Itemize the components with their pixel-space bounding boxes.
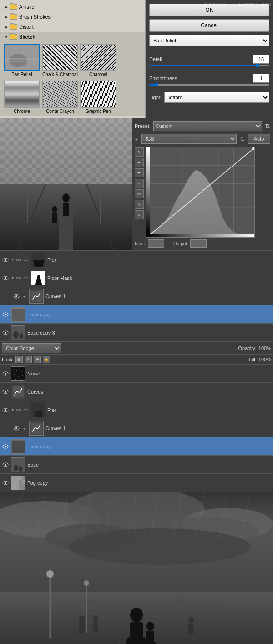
effect-select[interactable]: Bas Relief (149, 35, 269, 46)
eye-icon-base[interactable] (2, 461, 9, 468)
layer-expand-pier: ▼ (11, 257, 29, 263)
layer-name-curves1-bottom: Curves 1 (46, 426, 271, 431)
svg-point-75 (15, 427, 17, 429)
preset-arrows[interactable]: ⇅ (265, 122, 270, 130)
eye-icon-base-copy-bottom[interactable] (2, 443, 9, 450)
tree-item-brush-strokes[interactable]: ▶ Brush Strokes (0, 12, 145, 22)
output-value[interactable] (190, 239, 207, 248)
lock-all[interactable]: 🔒 (43, 356, 50, 363)
tool-smooth[interactable]: ∿ (135, 200, 144, 209)
eye-icon-base-copy[interactable] (2, 311, 9, 318)
thumb-chalk-charcoal[interactable]: Chalk & Charcoal (42, 44, 78, 77)
eye-icon-curves1-top[interactable] (13, 293, 20, 300)
channel-select[interactable]: RGB Red Green Blue (141, 134, 237, 144)
cancel-button[interactable]: Cancel (149, 19, 269, 32)
auto-button[interactable]: Auto (248, 134, 270, 144)
smoothness-slider[interactable] (149, 84, 269, 86)
channel-arrows[interactable]: ⇅ (239, 135, 245, 142)
svg-rect-56 (16, 370, 17, 371)
tree-arrow-artistic: ▶ (4, 4, 9, 10)
layer-thumb-base-copy (11, 307, 25, 322)
eye-icon-floor-mask[interactable] (2, 274, 9, 282)
svg-rect-138 (79, 623, 85, 634)
svg-point-44 (5, 314, 6, 315)
eye-icon-curves-bottom[interactable] (2, 388, 9, 396)
fill-value: 100% (258, 357, 271, 362)
lock-move[interactable]: ✣ (34, 356, 41, 363)
layer-row-base-copy-bottom[interactable]: Base copy (0, 437, 273, 456)
layer-row-curves-bottom[interactable]: Curves (0, 383, 273, 401)
blend-mode-select[interactable]: Color Dodge (2, 343, 61, 353)
expand-arrow-pier-bottom[interactable]: ▼ (11, 408, 15, 412)
tool-eyedropper-black[interactable]: ✒ (135, 179, 144, 188)
tool-pointer[interactable]: ↖ (135, 147, 144, 157)
layer-name-pier-top: Pier (47, 257, 271, 263)
expand-arrow-pier[interactable]: ▼ (11, 258, 15, 262)
svg-rect-92 (19, 480, 22, 483)
svg-rect-58 (21, 371, 22, 372)
tool-eyedropper[interactable]: ✒ (135, 158, 144, 167)
expand-arrow-floor[interactable]: ▼ (11, 276, 15, 280)
lock-brush[interactable]: ✎ (25, 356, 32, 363)
output-field: Output: (173, 239, 207, 248)
thumb-chrome[interactable]: Chrome (4, 81, 40, 114)
blend-toolbar: Color Dodge Opacity: 100% (0, 342, 273, 355)
layer-thumb-base (11, 457, 25, 472)
layer-row-base[interactable]: Base (0, 456, 273, 474)
svg-rect-59 (14, 374, 15, 375)
svg-point-141 (188, 617, 194, 624)
tree-item-artistic[interactable]: ▶ Artistic (0, 2, 145, 12)
input-label: Input: (135, 241, 146, 246)
eye-icon-curves1-bottom[interactable] (13, 425, 20, 432)
svg-rect-4 (0, 118, 132, 184)
base-copy-bottom-link[interactable]: Base copy (27, 444, 51, 449)
curves-adjustment-icon (29, 289, 44, 304)
smoothness-input[interactable] (253, 74, 269, 83)
svg-rect-29 (24, 259, 28, 261)
layer-name-base-copy: Base copy (27, 312, 271, 317)
svg-point-128 (84, 580, 89, 586)
detail-input[interactable] (253, 55, 269, 64)
preset-select[interactable]: Custom (153, 121, 262, 131)
curve-graph[interactable] (146, 147, 255, 238)
thumb-bas-relief[interactable]: Bas Relief (4, 44, 40, 77)
eye-icon-noise[interactable] (2, 370, 9, 377)
svg-point-48 (5, 332, 6, 334)
tree-item-sketch[interactable]: ▼ Sketch (0, 32, 145, 42)
tool-pencil[interactable]: ✏ (135, 189, 144, 198)
layer-name-noise: Noise (27, 371, 271, 376)
layer-row-base-copy3[interactable]: Base copy 3 (0, 324, 273, 342)
bottom-layers-panel: Noise Curves ▼ (0, 365, 273, 492)
layer-row-base-copy[interactable]: Base copy (0, 305, 273, 324)
light-select[interactable]: Bottom Top Left Right (164, 92, 269, 103)
tool-eyedropper-white[interactable]: ✒ (135, 168, 144, 177)
base-copy-link[interactable]: Base copy (27, 312, 51, 317)
lock-checkerboard[interactable]: ▦ (15, 356, 23, 363)
svg-rect-3 (5, 61, 40, 62)
layer-row-curves1-bottom[interactable]: ↳ Curves 1 (0, 419, 273, 437)
tool-channel-curve[interactable]: ≈ (135, 210, 144, 219)
detail-slider[interactable] (149, 65, 269, 66)
input-value[interactable] (148, 239, 164, 248)
layer-thumb-base-copy-bottom (11, 439, 25, 454)
eye-icon-pier-bottom[interactable] (2, 406, 9, 414)
layer-row-noise[interactable]: Noise (0, 365, 273, 383)
eye-icon-fog-copy[interactable] (2, 479, 9, 487)
layer-thumb-fog-copy (11, 476, 25, 490)
eye-icon-base-copy3[interactable] (2, 329, 9, 336)
layer-thumb-pier-bottom (31, 403, 46, 417)
channel-row: ◈ RGB Red Green Blue ⇅ Auto (135, 134, 270, 144)
curve-graph-area: ↖ ✒ ✒ ✒ ✏ ∿ ≈ (135, 147, 270, 238)
layer-row-fog-copy[interactable]: Fog copy (0, 474, 273, 492)
thumb-label-charcoal: Charcoal (89, 72, 107, 77)
layer-thumb-pier-top (31, 253, 46, 267)
thumb-conte-crayon[interactable]: Conté Crayon (42, 81, 78, 114)
thumb-charcoal[interactable]: Charcoal (80, 44, 116, 77)
ok-button[interactable]: OK (149, 4, 269, 16)
tree-item-distort[interactable]: ▶ Distort (0, 22, 145, 32)
eye-icon-pier-top[interactable] (2, 256, 9, 264)
svg-point-137 (79, 616, 85, 623)
svg-point-85 (19, 466, 22, 472)
channel-icon: ◈ (135, 137, 138, 142)
thumb-graphic-pen[interactable]: Graphic Pen (80, 81, 116, 114)
